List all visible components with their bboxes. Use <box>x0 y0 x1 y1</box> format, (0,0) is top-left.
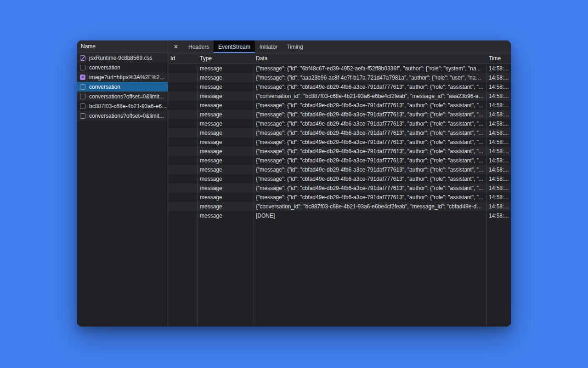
column-header-id[interactable]: Id <box>168 53 198 63</box>
cell-data: {"message": {"id": "cbfad49e-db29-4fb6-a… <box>254 119 486 128</box>
column-header-type[interactable]: Type <box>198 53 254 63</box>
fetch-icon <box>80 94 85 99</box>
tab-timing[interactable]: Timing <box>282 40 308 53</box>
column-header-time[interactable]: Time <box>486 53 511 63</box>
cell-id <box>168 202 198 211</box>
request-name: bc887f03-c68e-4b21-93a6-e6... <box>89 103 166 109</box>
cell-type: message <box>198 110 254 119</box>
table-row[interactable]: message {"message": {"id": "cbfad49e-db2… <box>168 119 511 128</box>
table-row[interactable]: message {"message": {"id": "cbfad49e-db2… <box>168 138 511 147</box>
table-row[interactable]: message {"message": {"id": "cbfad49e-db2… <box>168 193 511 202</box>
cell-data: {"message": {"id": "cbfad49e-db29-4fb6-a… <box>254 165 486 174</box>
cell-id <box>168 82 198 92</box>
cell-data: {"message": {"id": "cbfad49e-db29-4fb6-a… <box>254 101 486 110</box>
table-header-row: Id Type Data Time <box>168 53 511 64</box>
cell-id <box>168 193 198 202</box>
cell-time: 14:58:... <box>486 101 511 110</box>
cell-id <box>168 174 198 184</box>
cell-type: message <box>198 147 254 156</box>
cell-id <box>168 147 198 156</box>
cell-data: {"message": {"id": "cbfad49e-db29-4fb6-a… <box>254 174 486 184</box>
request-row[interactable]: conversations?offset=0&limit... <box>77 111 168 121</box>
request-name: jsxRuntime-9c8b8569.css <box>89 55 152 61</box>
fetch-icon <box>80 113 85 119</box>
table-row[interactable]: message {"message": {"id": "cbfad49e-db2… <box>168 128 511 138</box>
cell-time: 14:58:... <box>486 73 511 82</box>
close-icon[interactable]: ✕ <box>168 40 184 53</box>
cell-time: 14:58:... <box>486 184 511 193</box>
column-divider[interactable] <box>198 66 198 327</box>
cell-type: message <box>198 64 254 73</box>
request-row[interactable]: jsxRuntime-9c8b8569.css <box>77 53 168 63</box>
cell-time: 14:58:... <box>486 138 511 147</box>
request-name: conversations?offset=0&limit... <box>89 113 164 119</box>
cell-id <box>168 73 198 82</box>
request-row[interactable]: bc887f03-c68e-4b21-93a6-e6... <box>77 101 168 111</box>
cell-time: 14:58:... <box>486 110 511 119</box>
tab-eventstream[interactable]: EventStream <box>214 40 254 53</box>
cell-data: [DONE] <box>254 211 486 220</box>
devtools-network-panel: Name jsxRuntime-9c8b8569.css conversatio… <box>77 40 511 327</box>
detail-tab-bar: ✕ Headers EventStream Initiator Timing <box>168 40 511 53</box>
table-row[interactable]: message {"message": {"id": "cbfad49e-db2… <box>168 156 511 165</box>
cell-time: 14:58:... <box>486 211 511 220</box>
cell-type: message <box>198 101 254 110</box>
cell-id <box>168 138 198 147</box>
cell-id <box>168 64 198 73</box>
cell-type: message <box>198 174 254 184</box>
column-divider[interactable] <box>486 66 487 327</box>
image-file-icon <box>80 75 85 80</box>
request-row[interactable]: conversation <box>77 82 168 92</box>
cell-type: message <box>198 193 254 202</box>
cell-data: {"message": {"id": "cbfad49e-db29-4fb6-a… <box>254 147 486 156</box>
cell-type: message <box>198 211 254 220</box>
cell-data: {"message": {"id": "cbfad49e-db29-4fb6-a… <box>254 82 486 92</box>
cell-type: message <box>198 92 254 101</box>
column-divider[interactable] <box>254 66 254 327</box>
cell-time: 14:58:... <box>486 193 511 202</box>
cell-data: {"message": {"id": "cbfad49e-db29-4fb6-a… <box>254 138 486 147</box>
table-body: message {"message": {"id": "6bf48c67-ed3… <box>168 64 511 327</box>
cell-data: {"message": {"id": "6bf48c67-ed39-4952-a… <box>254 64 486 73</box>
cell-type: message <box>198 184 254 193</box>
table-row[interactable]: message {"message": {"id": "cbfad49e-db2… <box>168 165 511 174</box>
cell-id <box>168 184 198 193</box>
request-row[interactable]: conversations?offset=0&limit... <box>77 92 168 101</box>
table-row[interactable]: message {"message": {"id": "6bf48c67-ed3… <box>168 64 511 73</box>
table-row[interactable]: message {"message": {"id": "aaa23b96-ac8… <box>168 73 511 82</box>
table-row[interactable]: message {"conversation_id": "bc887f03-c6… <box>168 202 511 211</box>
cell-type: message <box>198 156 254 165</box>
cell-id <box>168 110 198 119</box>
cell-time: 14:58:... <box>486 64 511 73</box>
cell-id <box>168 119 198 128</box>
column-header-data[interactable]: Data <box>254 53 486 63</box>
desktop-background: Name jsxRuntime-9c8b8569.css conversatio… <box>0 0 588 368</box>
tab-initiator[interactable]: Initiator <box>255 40 282 53</box>
cell-time: 14:58:... <box>486 165 511 174</box>
cell-time: 14:58:... <box>486 156 511 165</box>
table-row[interactable]: message {"conversation_id": "bc887f03-c6… <box>168 92 511 101</box>
request-rows: jsxRuntime-9c8b8569.css conversation ima… <box>77 53 168 327</box>
table-row[interactable]: message {"message": {"id": "cbfad49e-db2… <box>168 110 511 119</box>
cell-data: {"message": {"id": "aaa23b96-ac8f-4e7f-b… <box>254 73 486 82</box>
css-file-icon <box>80 55 85 61</box>
table-row[interactable]: message {"message": {"id": "cbfad49e-db2… <box>168 82 511 92</box>
network-request-list: Name jsxRuntime-9c8b8569.css conversatio… <box>77 40 168 327</box>
table-row[interactable]: message {"message": {"id": "cbfad49e-db2… <box>168 147 511 156</box>
tab-headers[interactable]: Headers <box>184 40 214 53</box>
request-row[interactable]: image?url=https%3A%2F%2Fs... <box>77 72 168 82</box>
cell-time: 14:58:... <box>486 174 511 184</box>
cell-type: message <box>198 73 254 82</box>
cell-id <box>168 128 198 138</box>
cell-type: message <box>198 82 254 92</box>
cell-id <box>168 101 198 110</box>
table-row[interactable]: message [DONE] 14:58:... <box>168 211 511 220</box>
name-column-header[interactable]: Name <box>77 40 168 53</box>
table-row[interactable]: message {"message": {"id": "cbfad49e-db2… <box>168 174 511 184</box>
table-row[interactable]: message {"message": {"id": "cbfad49e-db2… <box>168 184 511 193</box>
request-name: conversations?offset=0&limit... <box>89 93 164 100</box>
cell-type: message <box>198 119 254 128</box>
table-row[interactable]: message {"message": {"id": "cbfad49e-db2… <box>168 101 511 110</box>
request-row[interactable]: conversation <box>77 63 168 72</box>
cell-data: {"message": {"id": "cbfad49e-db29-4fb6-a… <box>254 184 486 193</box>
